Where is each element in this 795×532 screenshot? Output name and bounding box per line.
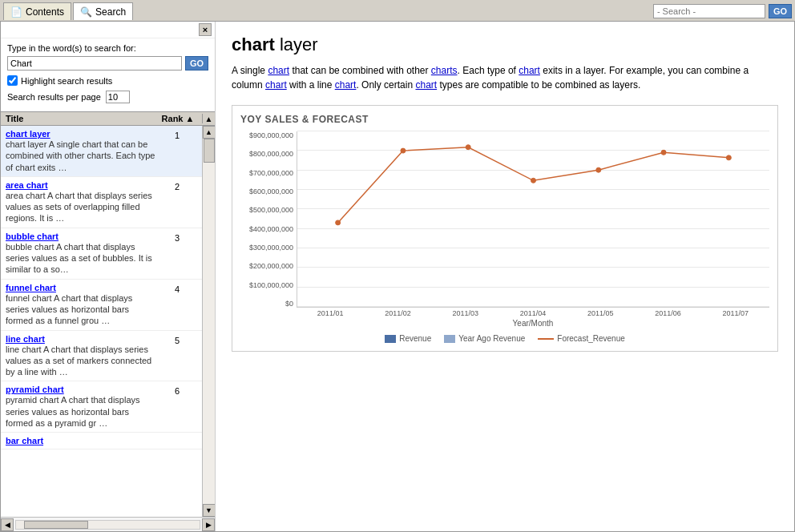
bottom-scrollbar: ◀ ▶ [1, 517, 215, 531]
x-axis-title: Year/Month [240, 319, 769, 328]
highlight-label: Highlight search results [21, 76, 112, 86]
result-excerpt: pyramid chart A chart that displays seri… [6, 394, 157, 429]
x-label: 2011/04 [499, 309, 567, 317]
legend-item: Forecast_Revenue [538, 334, 625, 343]
chart-title: YOY SALES & FORECAST [240, 114, 769, 125]
result-excerpt: chart layer A single chart that can be c… [6, 139, 157, 173]
h-scroll-thumb [24, 521, 88, 529]
highlight-checkbox[interactable] [7, 75, 18, 86]
list-item: area chart area chart A chart that displ… [1, 177, 202, 228]
left-panel: × Type in the word(s) to search for: GO … [1, 22, 216, 531]
legend-box [444, 335, 455, 343]
result-title[interactable]: line chart [6, 334, 157, 344]
x-label: 2011/01 [297, 309, 364, 317]
tab-contents-label: Contents [26, 6, 64, 18]
search-go-button[interactable]: GO [185, 56, 208, 71]
h-scroll-left-arrow[interactable]: ◀ [1, 518, 14, 531]
search-text-input[interactable] [7, 56, 182, 71]
search-form: Type in the word(s) to search for: GO Hi… [1, 38, 215, 111]
result-title[interactable]: area chart [6, 180, 157, 190]
x-label: 2011/06 [634, 309, 701, 317]
content-description: A single chart that can be combined with… [232, 63, 778, 92]
result-title[interactable]: funnel chart [6, 283, 157, 292]
result-title[interactable]: pyramid chart [6, 385, 157, 394]
h-scroll-right-arrow[interactable]: ▶ [202, 518, 215, 531]
per-page-row: Search results per page [7, 91, 208, 103]
legend-line [538, 338, 554, 340]
top-search-input[interactable] [653, 4, 765, 18]
scrollbar-thumb [204, 139, 215, 163]
result-excerpt: funnel chart A chart that displays serie… [6, 292, 157, 327]
result-excerpt: bubble chart A chart that displays serie… [6, 241, 157, 276]
result-rank [157, 436, 197, 437]
tab-search-label: Search [95, 6, 126, 18]
chart-inner [297, 131, 769, 308]
chart-container: YOY SALES & FORECAST $900,000,000 $800,0… [232, 105, 778, 352]
result-content: area chart area chart A chart that displ… [6, 180, 157, 224]
col-title-header: Title [1, 114, 154, 123]
results-scroll-area: chart layer chart layer A single chart t… [1, 126, 215, 517]
result-rank: 6 [157, 385, 197, 396]
chart-legend: RevenueYear Ago RevenueForecast_Revenue [240, 334, 769, 343]
x-label: 2011/07 [702, 309, 769, 317]
results-scrollbar: ▲ ▼ [202, 126, 215, 517]
search-input-row: GO [7, 56, 208, 71]
result-content: funnel chart funnel chart A chart that d… [6, 283, 157, 327]
result-rank: 5 [157, 334, 197, 345]
result-rank: 4 [157, 283, 197, 294]
x-label: 2011/03 [432, 309, 499, 317]
legend-item: Revenue [385, 334, 431, 343]
highlight-row: Highlight search results [7, 75, 208, 86]
list-item: pyramid chart pyramid chart A chart that… [1, 381, 202, 433]
result-excerpt: line chart A chart that displays series … [6, 344, 157, 378]
result-content: line chart line chart A chart that displ… [6, 334, 157, 378]
result-excerpt: area chart A chart that displays series … [6, 190, 157, 224]
scrollbar-down-arrow[interactable]: ▼ [203, 504, 216, 517]
search-tab-icon: 🔍 [80, 6, 92, 18]
result-content: bar chart [6, 436, 157, 445]
panel-header: × [1, 22, 215, 38]
tab-search[interactable]: 🔍 Search [73, 2, 133, 20]
list-item: chart layer chart layer A single chart t… [1, 126, 202, 177]
x-label: 2011/05 [567, 309, 634, 317]
right-panel: chart layer A single chart that can be c… [216, 22, 794, 531]
result-title[interactable]: bubble chart [6, 232, 157, 241]
col-rank-header: Rank ▲ [154, 114, 202, 123]
h-scroll-track[interactable] [15, 520, 200, 530]
x-axis: 2011/012011/022011/032011/042011/052011/… [240, 309, 769, 317]
result-rank: 3 [157, 232, 197, 243]
top-search-area: GO [653, 4, 792, 18]
bars-container [297, 131, 769, 307]
per-page-label: Search results per page [7, 92, 101, 102]
scroll-up-button[interactable]: ▲ [202, 114, 215, 123]
result-rank: 2 [157, 180, 197, 191]
legend-item: Year Ago Revenue [444, 334, 525, 343]
scrollbar-up-arrow[interactable]: ▲ [203, 126, 216, 139]
list-item: funnel chart funnel chart A chart that d… [1, 280, 202, 331]
result-content: pyramid chart pyramid chart A chart that… [6, 385, 157, 429]
results-header: Title Rank ▲ ▲ [1, 111, 215, 126]
result-rank: 1 [157, 129, 197, 140]
per-page-input[interactable] [106, 91, 130, 103]
results-area: Title Rank ▲ ▲ chart layer chart layer A… [1, 111, 215, 531]
x-label: 2011/02 [364, 309, 431, 317]
result-title[interactable]: bar chart [6, 436, 157, 445]
scrollbar-track[interactable] [203, 139, 215, 504]
legend-box [385, 335, 396, 343]
results-list: chart layer chart layer A single chart t… [1, 126, 202, 517]
y-axis: $900,000,000 $800,000,000 $700,000,000 $… [240, 131, 297, 308]
contents-icon: 📄 [10, 6, 22, 18]
result-title[interactable]: chart layer [6, 129, 157, 139]
list-item: bubble chart bubble chart A chart that d… [1, 228, 202, 280]
search-form-label: Type in the word(s) to search for: [7, 43, 208, 53]
chart-area: $900,000,000 $800,000,000 $700,000,000 $… [240, 131, 769, 308]
result-content: chart layer chart layer A single chart t… [6, 129, 157, 173]
top-go-button[interactable]: GO [769, 4, 792, 18]
tab-contents[interactable]: 📄 Contents [3, 2, 71, 20]
content-title: chart layer [232, 34, 778, 55]
result-content: bubble chart bubble chart A chart that d… [6, 232, 157, 276]
close-button[interactable]: × [199, 23, 212, 36]
list-item: bar chart [1, 433, 202, 449]
list-item: line chart line chart A chart that displ… [1, 331, 202, 382]
